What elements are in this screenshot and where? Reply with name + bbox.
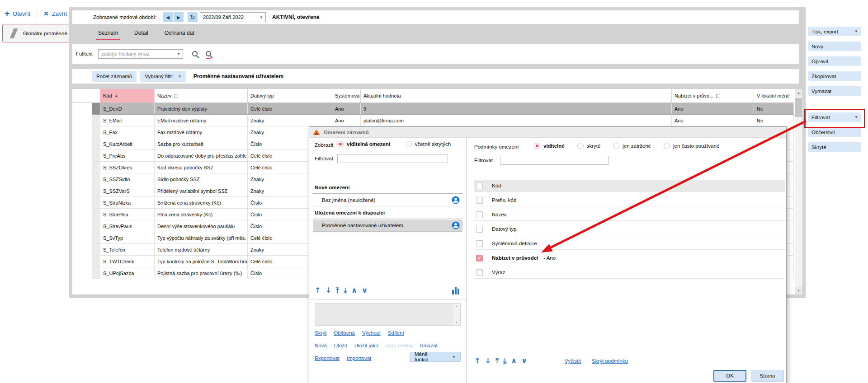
- checkbox-icon[interactable]: ✓: [476, 226, 483, 233]
- sidebar-button[interactable]: Zkopírovat ▼: [808, 71, 861, 81]
- column-header-kod[interactable]: Kód ▲: [100, 89, 155, 103]
- condition-row[interactable]: ✓ Nabízet v průvodci - Ano: [474, 252, 785, 264]
- move-up-icon[interactable]: ↑: [474, 356, 480, 365]
- period-select[interactable]: 2022/09 Září 2022 ▼: [200, 12, 266, 22]
- checkbox-icon[interactable]: ✓: [476, 182, 483, 189]
- move-down-icon[interactable]: ↓: [325, 286, 331, 294]
- row-selector-cell[interactable]: [92, 150, 100, 162]
- action-link[interactable]: Uložit: [334, 343, 347, 348]
- restriction-item-unsaved[interactable]: Bez jména (neuložené): [313, 194, 462, 206]
- radio-option[interactable]: jen zatržené: [613, 143, 651, 149]
- move-bottom-icon[interactable]: ⤓: [503, 356, 506, 365]
- checkbox-icon[interactable]: ✓: [476, 211, 483, 218]
- row-selector-cell[interactable]: [92, 138, 100, 150]
- less-functions-dropdown[interactable]: Méně funkcí ▼: [410, 352, 461, 362]
- ok-button[interactable]: OK: [713, 370, 746, 382]
- condition-row[interactable]: ✓ Výraz: [474, 266, 785, 279]
- row-selector-cell[interactable]: [92, 173, 100, 185]
- move-bottom-icon[interactable]: ⤓: [344, 286, 347, 294]
- row-selector-cell[interactable]: [92, 115, 100, 126]
- radio-option[interactable]: včetně skrytých: [406, 141, 451, 147]
- row-selector-cell[interactable]: [92, 232, 100, 244]
- collapse-icon[interactable]: ∧: [511, 356, 517, 365]
- radio-option[interactable]: viditelné: [534, 143, 565, 149]
- selected-filter-dropdown[interactable]: Vybraný filtr: ▼: [140, 71, 186, 82]
- search-icon[interactable]: [192, 51, 198, 56]
- tab[interactable]: Ochrana dat: [163, 27, 196, 41]
- row-selector-cell[interactable]: [92, 185, 100, 197]
- restriction-preview-listbox[interactable]: ▲ ▼: [315, 303, 461, 326]
- action-link[interactable]: Uložit jako: [354, 343, 378, 348]
- collapse-icon[interactable]: ∧: [351, 286, 357, 294]
- checkbox-icon[interactable]: ✓: [476, 269, 483, 276]
- row-selector-cell[interactable]: [92, 209, 100, 220]
- action-link[interactable]: Sdílení: [388, 330, 404, 336]
- chart-icon[interactable]: [452, 287, 459, 294]
- sidebar-button[interactable]: Skryté ▼: [808, 142, 861, 152]
- checkbox-icon[interactable]: ✓: [476, 197, 483, 204]
- table-row[interactable]: S_EMail EMail mzdové účtárny Znaky Ano p…: [72, 115, 799, 126]
- row-selector-cell[interactable]: [92, 197, 100, 209]
- tab[interactable]: Seznam: [96, 27, 120, 41]
- condition-row[interactable]: ✓ Prefix, kód: [474, 194, 785, 206]
- tab[interactable]: Detail: [132, 27, 150, 41]
- scroll-down-icon[interactable]: ▼: [455, 321, 458, 324]
- condition-row[interactable]: ✓ Kód: [474, 180, 785, 192]
- restriction-filter-input[interactable]: [337, 154, 448, 163]
- action-link[interactable]: Importovat: [347, 355, 371, 361]
- row-selector-cell[interactable]: [92, 103, 100, 115]
- column-header-lokalni-mena[interactable]: V lokální měně: [754, 89, 794, 103]
- expand-icon[interactable]: ∨: [521, 356, 527, 365]
- scrollbar-thumb[interactable]: [795, 98, 802, 117]
- condition-row[interactable]: ✓ Název: [474, 209, 785, 221]
- row-selector-cell[interactable]: [92, 256, 100, 267]
- move-top-icon[interactable]: ⤒: [495, 356, 499, 365]
- condition-row[interactable]: ✓ Datový typ: [474, 223, 785, 235]
- action-link[interactable]: Oblíbená: [334, 330, 355, 336]
- column-header-nazev[interactable]: Název: [155, 89, 248, 103]
- column-filter-icon[interactable]: [174, 94, 178, 98]
- expand-icon[interactable]: ∨: [362, 286, 368, 294]
- checkbox-icon[interactable]: ✓: [476, 255, 483, 262]
- scroll-up-icon[interactable]: ▲: [455, 305, 458, 308]
- move-top-icon[interactable]: ⤒: [336, 286, 339, 294]
- column-header-systemova[interactable]: Systémová: [332, 89, 361, 103]
- row-selector-cell[interactable]: [92, 267, 100, 279]
- radio-option[interactable]: viditelná omezení: [337, 141, 390, 147]
- dialog-titlebar[interactable]: Omezení záznamů: [309, 127, 786, 138]
- listbox-scrollbar[interactable]: ▲ ▼: [453, 304, 460, 325]
- sidebar-button[interactable]: Filtrovat ▼: [808, 112, 861, 122]
- search-in-results-icon[interactable]: [206, 51, 211, 56]
- action-link[interactable]: Smazat: [420, 343, 438, 348]
- fulltext-input[interactable]: [101, 51, 169, 56]
- row-selector-cell[interactable]: [92, 220, 100, 232]
- column-header-nabizet[interactable]: Nabízet v průvo...: [672, 89, 754, 103]
- column-header-datovy-typ[interactable]: Datový typ: [248, 89, 332, 103]
- sidebar-button[interactable]: Občerstvit ▼: [808, 127, 861, 137]
- hide-condition-link[interactable]: Skrýt podmínku: [592, 358, 628, 364]
- action-link[interactable]: Nová: [315, 343, 327, 348]
- scroll-up-icon[interactable]: ▲: [795, 89, 802, 97]
- record-count-button[interactable]: Počet záznamů: [92, 71, 137, 82]
- table-row[interactable]: S_DenD Pravidelný den výplaty Celé číslo…: [72, 103, 799, 115]
- column-header-aktualni-hodnota[interactable]: Aktuální hodnota: [361, 89, 672, 103]
- action-link[interactable]: Exportovat: [315, 355, 340, 361]
- scroll-down-icon[interactable]: ▼: [795, 287, 802, 294]
- sidebar-button[interactable]: Vymazat ▼: [808, 86, 861, 96]
- previous-period-button[interactable]: ◀: [163, 12, 173, 22]
- radio-option[interactable]: skryté: [577, 143, 601, 149]
- table-scrollbar[interactable]: ▲ ▼: [795, 89, 802, 294]
- action-link[interactable]: Výchozí: [362, 330, 381, 336]
- restriction-item-saved[interactable]: Proměnné nastavované uživatelem: [313, 220, 462, 232]
- column-filter-icon[interactable]: [716, 94, 720, 98]
- conditions-filter-input[interactable]: [500, 156, 609, 165]
- checkbox-icon[interactable]: ✓: [476, 240, 483, 247]
- sidebar-button[interactable]: Tisk, export ▼: [808, 27, 861, 36]
- clear-link[interactable]: Vyčistit: [565, 358, 581, 364]
- row-selector-cell[interactable]: [92, 244, 100, 256]
- close-button[interactable]: ✕ Zavřít: [43, 10, 67, 17]
- cancel-button[interactable]: Storno: [751, 370, 784, 382]
- action-link[interactable]: Skrýt: [315, 330, 326, 336]
- sidebar-button[interactable]: Nový ▼: [808, 42, 861, 51]
- move-down-icon[interactable]: ↓: [485, 356, 491, 365]
